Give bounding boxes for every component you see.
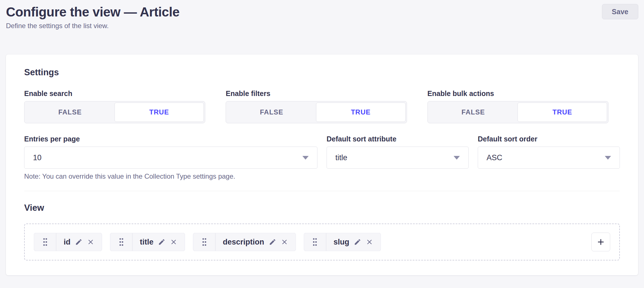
close-icon	[87, 238, 94, 246]
enable-filters-true-option[interactable]: TRUE	[316, 103, 406, 122]
default-sort-order-select[interactable]: ASC	[478, 147, 620, 169]
view-field-pill-id[interactable]: id	[34, 233, 102, 251]
configure-view-page: Configure the view — Article Define the …	[0, 0, 644, 288]
pill-body: slug	[326, 233, 381, 251]
edit-field-button[interactable]	[269, 238, 276, 246]
default-sort-order-label: Default sort order	[478, 135, 620, 143]
enable-bulk-actions-true-option[interactable]: TRUE	[518, 103, 607, 122]
pill-field-name: description	[223, 238, 264, 247]
section-divider	[24, 191, 620, 191]
view-fields-dropzone: id	[24, 224, 620, 260]
default-sort-attribute-select[interactable]: title	[327, 147, 469, 169]
settings-section-heading: Settings	[24, 67, 620, 78]
entries-per-page-select[interactable]: 10	[24, 147, 317, 169]
pencil-icon	[269, 238, 276, 246]
chevron-down-icon	[302, 156, 309, 160]
enable-search-false-option[interactable]: FALSE	[26, 103, 115, 122]
entries-per-page-note: Note: You can override this value in the…	[24, 172, 317, 181]
enable-bulk-actions-label: Enable bulk actions	[427, 89, 620, 98]
close-icon	[366, 238, 373, 246]
entries-per-page-value: 10	[33, 153, 41, 162]
view-field-pill-description[interactable]: description	[193, 233, 296, 251]
drag-handle[interactable]	[110, 233, 132, 251]
edit-field-button[interactable]	[75, 238, 82, 246]
field-default-sort-attribute: Default sort attribute title	[327, 135, 469, 181]
enable-bulk-actions-false-option[interactable]: FALSE	[429, 103, 518, 122]
default-sort-attribute-value: title	[335, 153, 347, 162]
settings-card: Settings Enable search FALSE TRUE Enable…	[6, 55, 638, 275]
field-entries-per-page: Entries per page 10 Note: You can overri…	[24, 135, 317, 181]
default-sort-order-value: ASC	[487, 153, 502, 162]
field-default-sort-order: Default sort order ASC	[478, 135, 620, 181]
drag-handle-icon	[42, 237, 48, 247]
enable-bulk-actions-toggle: FALSE TRUE	[427, 101, 608, 123]
enable-search-toggle: FALSE TRUE	[24, 101, 205, 123]
pill-field-name: id	[64, 238, 70, 247]
drag-handle-icon	[118, 237, 124, 247]
view-field-pill-slug[interactable]: slug	[304, 233, 381, 251]
view-field-pill-title[interactable]: title	[110, 233, 185, 251]
enable-filters-toggle: FALSE TRUE	[226, 101, 407, 123]
drag-handle-icon	[312, 237, 318, 247]
page-title: Configure the view — Article	[6, 4, 638, 20]
enable-search-true-option[interactable]: TRUE	[115, 103, 204, 122]
pencil-icon	[158, 238, 165, 246]
chevron-down-icon	[454, 156, 460, 160]
field-enable-bulk-actions: Enable bulk actions FALSE TRUE	[427, 89, 620, 123]
edit-field-button[interactable]	[354, 238, 361, 246]
pill-field-name: slug	[334, 238, 350, 247]
add-field-button[interactable]	[591, 233, 610, 251]
plus-icon	[597, 238, 605, 246]
remove-field-button[interactable]	[281, 238, 288, 246]
field-enable-search: Enable search FALSE TRUE	[24, 89, 217, 123]
pill-body: id	[56, 233, 102, 251]
pencil-icon	[354, 238, 361, 246]
pill-field-name: title	[140, 238, 153, 247]
close-icon	[170, 238, 177, 246]
chevron-down-icon	[605, 156, 611, 160]
pill-body: description	[215, 233, 296, 251]
remove-field-button[interactable]	[87, 238, 94, 246]
pill-body: title	[132, 233, 185, 251]
close-icon	[281, 238, 288, 246]
drag-handle-icon	[201, 237, 207, 247]
entries-per-page-label: Entries per page	[24, 135, 317, 143]
drag-handle[interactable]	[34, 233, 56, 251]
default-sort-attribute-label: Default sort attribute	[327, 135, 469, 143]
remove-field-button[interactable]	[170, 238, 177, 246]
view-section-heading: View	[24, 203, 620, 213]
page-header: Configure the view — Article Define the …	[0, 0, 644, 30]
page-subtitle: Define the settings of the list view.	[6, 22, 638, 30]
drag-handle[interactable]	[193, 233, 215, 251]
remove-field-button[interactable]	[366, 238, 373, 246]
edit-field-button[interactable]	[158, 238, 165, 246]
pencil-icon	[75, 238, 82, 246]
enable-search-label: Enable search	[24, 89, 217, 98]
drag-handle[interactable]	[304, 233, 326, 251]
field-enable-filters: Enable filters FALSE TRUE	[226, 89, 418, 123]
enable-filters-false-option[interactable]: FALSE	[227, 103, 316, 122]
settings-grid: Enable search FALSE TRUE Enable filters …	[24, 89, 620, 181]
enable-filters-label: Enable filters	[226, 89, 418, 98]
save-button[interactable]: Save	[602, 4, 638, 19]
